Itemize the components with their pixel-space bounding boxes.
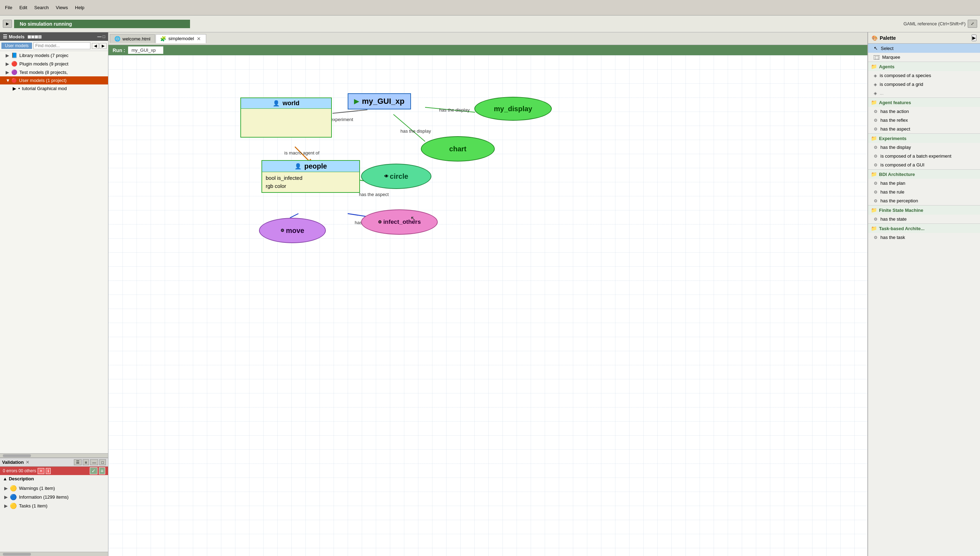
agents-more-label: ...: [880, 91, 883, 96]
error-filter-x[interactable]: ✕: [38, 468, 44, 474]
error-filter-info[interactable]: ℹ: [46, 468, 51, 474]
palette-section-task[interactable]: 📁 Task-based Archite...: [868, 223, 980, 233]
find-model-bar: User models ◀ ▶: [0, 41, 108, 51]
gaml-ref[interactable]: GAML reference (Ctrl+Shift+F): [903, 21, 965, 26]
palette-item-grid[interactable]: ◈ is composed of a grid: [868, 80, 980, 89]
palette-section-fsm[interactable]: 📁 Finite State Machine: [868, 205, 980, 215]
palette-section-agents[interactable]: 📁 Agents: [868, 61, 980, 71]
batch-exp-label: is composed of a batch experiment: [880, 154, 951, 159]
tab-simplemodel-icon: 🧩: [160, 36, 166, 42]
tree-item-plugin[interactable]: ▶ 🔴 Plugin models (9 project: [0, 60, 108, 68]
action-icon: ⚙: [874, 109, 878, 114]
has-display-label: has the display: [880, 145, 911, 150]
plan-label: has the plan: [880, 181, 906, 186]
people-person-icon: 👤: [294, 163, 302, 170]
node-my-gui-xp[interactable]: ▶ my_GUI_xp: [348, 93, 411, 110]
node-people[interactable]: 👤 people bool is_infected rgb color: [262, 160, 360, 193]
validation-close-icon[interactable]: ✕: [26, 460, 29, 465]
validation-tree: ▶ 🟡 Warnings (1 item) ▶ 🔵 Information (1…: [0, 482, 108, 552]
palette-section-bdi[interactable]: 📁 BDI Architecture: [868, 169, 980, 179]
menu-bar: File Edit Search Views Help: [0, 0, 980, 16]
node-infect-others[interactable]: ⚙ infect_others: [361, 209, 438, 235]
h-scrollbar-left[interactable]: [0, 453, 108, 457]
val-btn-1[interactable]: ☰: [74, 459, 82, 465]
my-display-label: my_display: [494, 105, 533, 113]
reflex-label: has the reflex: [880, 118, 908, 123]
val-btn-3[interactable]: —: [90, 459, 98, 465]
palette-item-plan[interactable]: ⚙ has the plan: [868, 179, 980, 187]
menu-views[interactable]: Views: [54, 4, 70, 11]
tab-simplemodel[interactable]: 🧩 simplemodel ✕: [155, 34, 206, 43]
val-check-btn[interactable]: ✓: [90, 467, 97, 474]
world-label: world: [283, 100, 299, 107]
people-attr-1: bool is_infected: [266, 174, 356, 182]
select-label: Select: [881, 46, 893, 51]
menu-edit[interactable]: Edit: [17, 4, 29, 11]
center-area: 🌐 welcome.html 🧩 simplemodel ✕ Run : my_…: [108, 32, 867, 556]
node-move[interactable]: ⚙ move: [259, 218, 326, 243]
val-item-warnings[interactable]: ▶ 🟡 Warnings (1 item): [3, 484, 105, 493]
action-label: has the action: [880, 109, 909, 114]
node-world[interactable]: 👤 world: [241, 97, 332, 137]
val-btn-4[interactable]: □: [99, 459, 106, 465]
features-label: Agent features: [879, 100, 911, 105]
tree-item-tutorial[interactable]: ▶ • tutorial Graphical mod: [0, 84, 108, 92]
run-bar: Run : my_GUI_xp: [108, 45, 867, 55]
palette-section-experiments[interactable]: 📁 Experiments: [868, 133, 980, 143]
node-chart[interactable]: chart: [421, 136, 495, 162]
palette-item-reflex[interactable]: ⚙ has the reflex: [868, 116, 980, 124]
tree-item-user[interactable]: ▼ 🔴 User models (1 project): [0, 76, 108, 84]
palette-item-task[interactable]: ⚙ has the task: [868, 233, 980, 242]
palette-item-species[interactable]: ◈ is composed of a species: [868, 71, 980, 80]
models-label: Models: [9, 34, 25, 39]
palette-item-has-display[interactable]: ⚙ has the display: [868, 143, 980, 152]
node-my-display[interactable]: my_display: [474, 97, 552, 121]
tree-item-test[interactable]: ▶ 🟣 Test models (8 projects,: [0, 68, 108, 76]
tab-close-icon[interactable]: ✕: [196, 36, 202, 42]
tree-item-library[interactable]: ▶ 📘 Library models (7 projec: [0, 51, 108, 60]
error-bar: 0 errors 00 others ✕ ℹ ✓ ≡: [0, 467, 108, 475]
palette-section-agent-features[interactable]: 📁 Agent features: [868, 97, 980, 107]
palette-item-gui-exp[interactable]: ⚙ is composed of a GUI: [868, 160, 980, 169]
find-model-input[interactable]: [34, 42, 90, 49]
val-item-tasks[interactable]: ▶ 🟡 Tasks (1 item): [3, 501, 105, 510]
state-label: has the state: [880, 217, 906, 222]
palette-item-batch-exp[interactable]: ⚙ is composed of a batch experiment: [868, 152, 980, 160]
palette-item-action[interactable]: ⚙ has the action: [868, 107, 980, 116]
nav-forward[interactable]: ▶: [100, 43, 107, 49]
fsm-label: Finite State Machine: [879, 208, 923, 213]
error-count: 0 errors 00 others: [3, 469, 36, 473]
menu-file[interactable]: File: [3, 4, 15, 11]
palette-item-aspect[interactable]: ⚙ has the aspect: [868, 124, 980, 133]
nav-back[interactable]: ◀: [92, 43, 99, 49]
node-circle[interactable]: 👁 circle: [361, 164, 431, 189]
palette-item-state[interactable]: ⚙ has the state: [868, 215, 980, 223]
people-label: people: [304, 162, 327, 170]
h-scrollbar-bottom[interactable]: [0, 552, 108, 556]
run-button[interactable]: ▶: [3, 20, 12, 28]
menu-search[interactable]: Search: [32, 4, 51, 11]
val-list-btn[interactable]: ≡: [99, 467, 105, 474]
palette-select[interactable]: ↖ Select: [868, 44, 980, 53]
user-models-button[interactable]: User models: [2, 43, 32, 49]
palette-item-agents-more[interactable]: ◈ ...: [868, 89, 980, 97]
task-label: Task-based Archite...: [879, 226, 924, 231]
canvas-area[interactable]: possible experiment has the display has …: [108, 55, 867, 556]
palette-item-perception[interactable]: ⚙ has the perception: [868, 196, 980, 205]
val-item-info[interactable]: ▶ 🔵 Information (1299 items): [3, 493, 105, 501]
chart-label: chart: [449, 145, 467, 153]
left-sidebar: ☰ Models ▦▣▦▥ — □ User models ◀ ▶ ▶ 📘 Li…: [0, 32, 108, 556]
canvas-grid: [108, 55, 867, 556]
expand-button[interactable]: ⤢: [968, 20, 977, 28]
palette-expand-btn[interactable]: ▶: [972, 34, 977, 41]
move-label: move: [286, 226, 304, 235]
tab-simplemodel-label: simplemodel: [168, 36, 194, 41]
gui-exp-label: is composed of a GUI: [880, 162, 924, 168]
val-btn-2[interactable]: ≡: [83, 459, 89, 465]
palette-marquee[interactable]: ⬚ Marquee: [868, 53, 980, 61]
palette-item-rule[interactable]: ⚙ has the rule: [868, 187, 980, 196]
menu-help[interactable]: Help: [73, 4, 87, 11]
tab-welcome[interactable]: 🌐 welcome.html: [110, 34, 155, 43]
run-value[interactable]: my_GUI_xp: [128, 47, 163, 54]
task-item-label: has the task: [880, 235, 905, 240]
